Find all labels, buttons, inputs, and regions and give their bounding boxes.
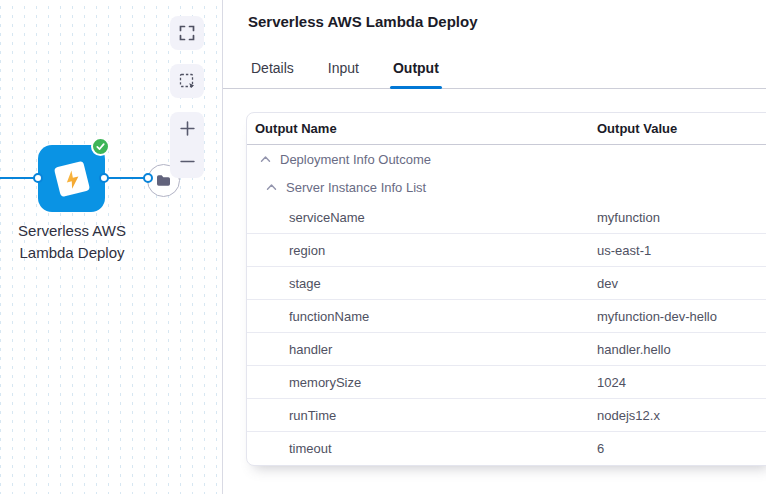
table-row: region us-east-1 <box>247 234 766 267</box>
node-label-line1: Serverless AWS <box>18 222 126 239</box>
table-row: stage dev <box>247 267 766 300</box>
table-row: functionName myfunction-dev-hello <box>247 300 766 333</box>
output-value: myfunction-dev-hello <box>597 309 717 324</box>
marquee-select-icon <box>179 73 195 89</box>
output-value: dev <box>597 276 618 291</box>
table-row: handler handler.hello <box>247 333 766 366</box>
zoom-controls <box>170 112 204 178</box>
chevron-up-icon[interactable] <box>260 155 271 163</box>
group-row-server-instance-info-list[interactable]: Server Instance Info List <box>247 173 766 201</box>
output-name: handler <box>247 342 597 357</box>
output-name: serviceName <box>247 210 597 225</box>
output-value: nodejs12.x <box>597 408 660 423</box>
zoom-in-button[interactable] <box>170 112 204 145</box>
table-header-row: Output Name Output Value <box>247 113 766 145</box>
table-row: serviceName myfunction <box>247 201 766 234</box>
table-row: memorySize 1024 <box>247 366 766 399</box>
table-row: timeout 6 <box>247 432 766 465</box>
pipeline-step-node[interactable] <box>38 145 105 212</box>
pipeline-canvas[interactable]: Serverless AWS Lambda Deploy <box>0 0 222 494</box>
folder-node-icon <box>156 174 171 187</box>
node-port-right <box>99 173 109 183</box>
node-label: Serverless AWS Lambda Deploy <box>0 220 153 264</box>
group-row-deployment-info-outcome[interactable]: Deployment Info Outcome <box>247 145 766 173</box>
chevron-up-icon[interactable] <box>266 183 277 191</box>
output-name: functionName <box>247 309 597 324</box>
output-name: runTime <box>247 408 597 423</box>
app-window: Serverless AWS Lambda Deploy <box>0 0 766 494</box>
output-value: myfunction <box>597 210 660 225</box>
output-name: timeout <box>247 441 597 456</box>
table-row: runTime nodejs12.x <box>247 399 766 432</box>
fullscreen-icon <box>179 25 195 41</box>
group-label: Deployment Info Outcome <box>280 152 431 167</box>
column-header-output-name: Output Name <box>247 121 597 136</box>
output-name: stage <box>247 276 597 291</box>
step-details-panel: Serverless AWS Lambda Deploy Details Inp… <box>223 0 766 494</box>
success-check-badge <box>91 137 110 156</box>
tab-output[interactable]: Output <box>390 60 442 88</box>
node-label-line2: Lambda Deploy <box>19 244 124 261</box>
tab-bar: Details Input Output <box>223 55 766 89</box>
output-name: region <box>247 243 597 258</box>
output-value: 6 <box>597 441 604 456</box>
tab-input[interactable]: Input <box>325 60 362 88</box>
column-header-output-value: Output Value <box>597 121 677 136</box>
node-port-left <box>33 173 43 183</box>
lambda-bolt-icon <box>53 160 89 196</box>
output-name: memorySize <box>247 375 597 390</box>
output-value: 1024 <box>597 375 626 390</box>
edge-endpoint <box>143 173 153 183</box>
output-table: Output Name Output Value Deployment Info… <box>246 112 766 466</box>
fullscreen-button[interactable] <box>170 16 204 50</box>
group-label: Server Instance Info List <box>286 180 426 195</box>
zoom-in-icon <box>179 120 196 137</box>
output-value: us-east-1 <box>597 243 651 258</box>
zoom-out-icon <box>179 153 196 170</box>
marquee-select-button[interactable] <box>170 64 204 98</box>
page-title: Serverless AWS Lambda Deploy <box>248 13 478 30</box>
tab-details[interactable]: Details <box>248 60 297 88</box>
output-value: handler.hello <box>597 342 671 357</box>
zoom-out-button[interactable] <box>170 145 204 178</box>
